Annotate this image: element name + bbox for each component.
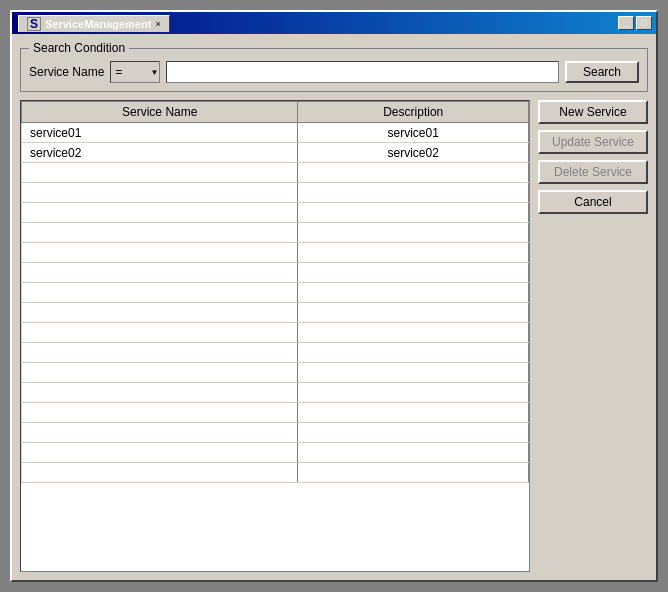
cell-empty [22, 403, 298, 423]
cell-empty [298, 363, 529, 383]
cell-empty [22, 323, 298, 343]
cell-empty [22, 223, 298, 243]
table-container: Service Name Description service01servic… [20, 100, 530, 572]
table-row-empty[interactable] [22, 223, 529, 243]
tab-title: ServiceManagement [45, 18, 151, 30]
main-window: S ServiceManagement × _ □ Search Conditi… [10, 10, 658, 582]
service-table: Service Name Description service01servic… [21, 101, 529, 483]
cell-empty [298, 323, 529, 343]
cell-empty [298, 303, 529, 323]
cell-empty [22, 163, 298, 183]
cell-empty [298, 243, 529, 263]
table-row-empty[interactable] [22, 163, 529, 183]
cell-empty [22, 363, 298, 383]
cell-empty [22, 283, 298, 303]
cell-empty [298, 403, 529, 423]
cell-empty [22, 343, 298, 363]
buttons-panel: New Service Update Service Delete Servic… [538, 100, 648, 572]
table-row-empty[interactable] [22, 343, 529, 363]
app-icon: S [27, 17, 41, 31]
table-row-empty[interactable] [22, 263, 529, 283]
delete-service-button[interactable]: Delete Service [538, 160, 648, 184]
cell-empty [298, 183, 529, 203]
table-row-empty[interactable] [22, 303, 529, 323]
col-header-service-name: Service Name [22, 102, 298, 123]
minimize-button[interactable]: _ [618, 16, 634, 30]
cell-empty [298, 263, 529, 283]
cell-empty [298, 383, 529, 403]
cell-empty [22, 383, 298, 403]
table-row-empty[interactable] [22, 203, 529, 223]
cell-empty [22, 203, 298, 223]
table-row[interactable]: service02service02 [22, 143, 529, 163]
search-button[interactable]: Search [565, 61, 639, 83]
window-controls: _ □ [618, 16, 652, 30]
table-row-empty[interactable] [22, 463, 529, 483]
cell-description: service02 [298, 143, 529, 163]
new-service-button[interactable]: New Service [538, 100, 648, 124]
cell-empty [22, 303, 298, 323]
table-row-empty[interactable] [22, 243, 529, 263]
title-bar: S ServiceManagement × _ □ [12, 12, 656, 34]
table-row[interactable]: service01service01 [22, 123, 529, 143]
table-row-empty[interactable] [22, 323, 529, 343]
search-input[interactable] [166, 61, 559, 83]
table-row-empty[interactable] [22, 443, 529, 463]
col-header-description: Description [298, 102, 529, 123]
cell-empty [298, 283, 529, 303]
cell-empty [298, 163, 529, 183]
window-tab[interactable]: S ServiceManagement × [18, 15, 170, 32]
search-condition-group: Search Condition Service Name = != LIKE … [20, 48, 648, 92]
table-row-empty[interactable] [22, 183, 529, 203]
table-row-empty[interactable] [22, 363, 529, 383]
update-service-button[interactable]: Update Service [538, 130, 648, 154]
operator-wrapper: = != LIKE ▼ [110, 61, 160, 83]
cell-empty [298, 343, 529, 363]
cell-empty [22, 423, 298, 443]
table-row-empty[interactable] [22, 283, 529, 303]
table-row-empty[interactable] [22, 403, 529, 423]
cancel-button[interactable]: Cancel [538, 190, 648, 214]
cell-description: service01 [298, 123, 529, 143]
cell-empty [22, 263, 298, 283]
cell-service-name: service01 [22, 123, 298, 143]
cell-empty [298, 223, 529, 243]
window-body: Search Condition Service Name = != LIKE … [12, 34, 656, 580]
cell-empty [22, 443, 298, 463]
table-row-empty[interactable] [22, 423, 529, 443]
cell-empty [22, 183, 298, 203]
service-name-label: Service Name [29, 65, 104, 79]
cell-empty [22, 463, 298, 483]
group-legend: Search Condition [29, 41, 129, 55]
table-row-empty[interactable] [22, 383, 529, 403]
title-bar-left: S ServiceManagement × [16, 15, 170, 32]
search-row: Service Name = != LIKE ▼ Search [29, 61, 639, 83]
cell-empty [298, 423, 529, 443]
content-area: Service Name Description service01servic… [20, 100, 648, 572]
cell-empty [298, 443, 529, 463]
maximize-button[interactable]: □ [636, 16, 652, 30]
cell-empty [298, 203, 529, 223]
operator-select[interactable]: = != LIKE [110, 61, 160, 83]
cell-empty [22, 243, 298, 263]
cell-empty [298, 463, 529, 483]
cell-service-name: service02 [22, 143, 298, 163]
table-header-row: Service Name Description [22, 102, 529, 123]
tab-close-icon[interactable]: × [155, 19, 160, 29]
